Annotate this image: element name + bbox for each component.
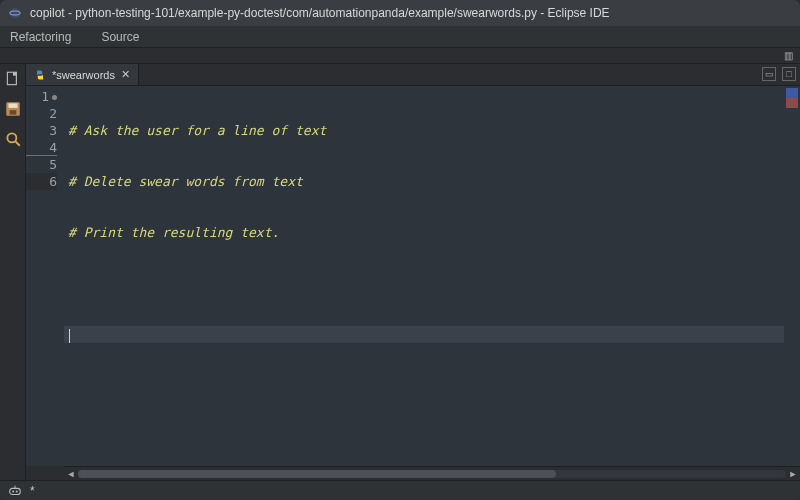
line-number-gutter: 1 2 3 4 5 6 — [26, 86, 64, 466]
warning-marker-icon — [52, 95, 57, 100]
left-tool-column — [0, 64, 26, 480]
code-text-area[interactable]: # Ask the user for a line of text # Dele… — [64, 86, 784, 466]
scrollbar-thumb[interactable] — [78, 470, 556, 478]
text-cursor — [69, 329, 70, 343]
code-editor[interactable]: 1 2 3 4 5 6 # Ask the user for a line of… — [26, 86, 800, 466]
editor-region: *swearwords ✕ ▭ □ 1 2 3 4 5 6 # Ask the … — [26, 64, 800, 480]
tab-label: *swearwords — [52, 69, 115, 81]
maximize-view-icon[interactable]: □ — [782, 67, 796, 81]
title-bar: copilot - python-testing-101/example-py-… — [0, 0, 800, 26]
svg-point-7 — [7, 133, 16, 142]
menu-refactoring[interactable]: Refactoring — [6, 28, 75, 46]
copilot-icon[interactable] — [8, 484, 22, 498]
svg-point-0 — [10, 8, 21, 19]
svg-rect-3 — [13, 72, 16, 75]
svg-line-8 — [15, 141, 20, 146]
svg-point-11 — [16, 490, 18, 492]
svg-rect-6 — [9, 110, 16, 115]
overview-marker — [786, 88, 798, 98]
overview-ruler[interactable] — [784, 86, 800, 466]
svg-point-10 — [12, 490, 14, 492]
svg-rect-5 — [8, 103, 17, 108]
close-tab-icon[interactable]: ✕ — [121, 68, 130, 81]
code-line: # Print the resulting text. — [68, 225, 279, 240]
tool-strip: ▥ — [0, 48, 800, 64]
minimize-view-icon[interactable]: ▭ — [762, 67, 776, 81]
line-number: 1 — [41, 89, 49, 104]
window-title: copilot - python-testing-101/example-py-… — [30, 6, 610, 20]
python-file-icon — [34, 69, 46, 81]
scroll-left-arrow-icon[interactable]: ◄ — [64, 467, 78, 481]
line-number: 2 — [49, 106, 57, 121]
scroll-right-arrow-icon[interactable]: ► — [786, 467, 800, 481]
perspective-switcher-icon[interactable]: ▥ — [782, 49, 794, 61]
horizontal-scrollbar[interactable]: ◄ ► — [64, 466, 800, 480]
tab-window-controls: ▭ □ — [762, 67, 796, 81]
status-bar: * — [0, 480, 800, 500]
dirty-indicator: * — [30, 484, 35, 498]
line-number: 3 — [49, 123, 57, 138]
search-icon[interactable] — [4, 130, 22, 148]
overview-marker — [786, 98, 798, 108]
line-number: 6 — [49, 174, 57, 189]
line-number: 5 — [49, 157, 57, 172]
code-line: # Ask the user for a line of text — [68, 123, 326, 138]
code-line: # Delete swear words from text — [68, 174, 303, 189]
tab-swearwords[interactable]: *swearwords ✕ — [26, 64, 139, 85]
eclipse-app-icon — [8, 6, 22, 20]
editor-tab-bar: *swearwords ✕ ▭ □ — [26, 64, 800, 86]
save-icon[interactable] — [4, 100, 22, 118]
main-area: *swearwords ✕ ▭ □ 1 2 3 4 5 6 # Ask the … — [0, 64, 800, 480]
menu-bar: Refactoring Source — [0, 26, 800, 48]
menu-source[interactable]: Source — [97, 28, 143, 46]
line-number: 4 — [49, 140, 57, 155]
new-file-icon[interactable] — [4, 70, 22, 88]
svg-rect-9 — [10, 488, 21, 494]
